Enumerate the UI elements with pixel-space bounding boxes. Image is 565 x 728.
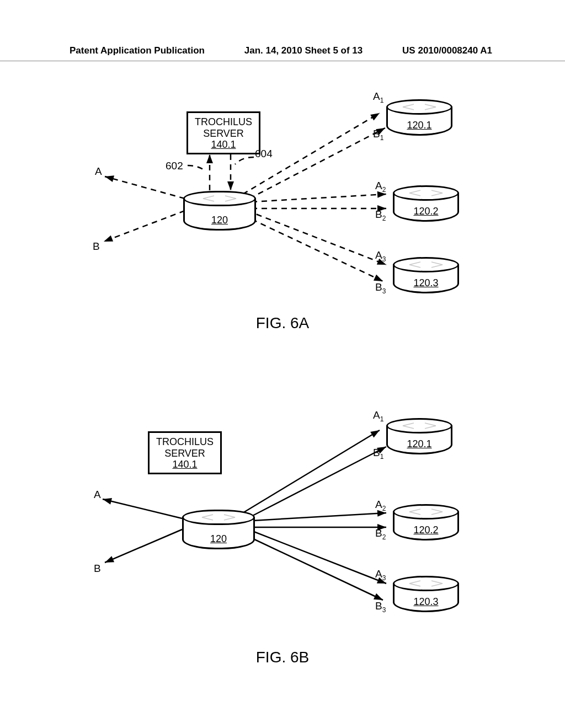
svg-line-14	[243, 430, 380, 513]
header-left: Patent Application Publication	[70, 45, 205, 56]
server-ref: 140.1	[195, 139, 252, 151]
label-A1-6a: A1	[373, 90, 383, 104]
label-B2-6b: B2	[375, 527, 386, 541]
svg-line-16	[253, 513, 386, 521]
caption-fig-6a: FIG. 6A	[256, 314, 309, 332]
label-A-6a: A	[95, 165, 102, 178]
router-120-6b: 120	[182, 510, 255, 549]
header-divider	[0, 61, 565, 61]
router-120-6a: 120	[183, 191, 256, 231]
svg-line-19	[243, 534, 383, 600]
label-A3-6b: A3	[375, 568, 386, 582]
label-A2-6a: A2	[375, 180, 386, 194]
server-line2-6b: SERVER	[156, 448, 214, 459]
svg-line-2	[104, 211, 185, 242]
trochilus-server-box-6a: TROCHILUS SERVER 140.1	[186, 111, 260, 154]
label-B3-6b: B3	[375, 600, 386, 614]
server-ref-6b: 140.1	[156, 459, 214, 470]
label-B-6b: B	[94, 563, 101, 575]
figure-6a: TROCHILUS SERVER 140.1 120 120.1 120.2	[0, 83, 565, 325]
fig6b-arrows-overlay	[0, 392, 565, 651]
server-line1: TROCHILUS	[195, 116, 252, 128]
svg-line-13	[105, 529, 182, 563]
label-604: 604	[255, 148, 273, 160]
router-icon	[200, 194, 239, 203]
svg-line-6	[249, 128, 385, 199]
router-120-2-label-6b: 120.2	[393, 524, 459, 536]
router-120-label-6b: 120	[182, 533, 255, 545]
caption-fig-6b: FIG. 6B	[256, 649, 309, 666]
router-120-1-6a: 120.1	[386, 99, 452, 136]
svg-line-7	[252, 194, 386, 202]
figure-6b: TROCHILUS SERVER 140.1 120 120.1 120.2 1…	[0, 392, 565, 645]
server-line1-6b: TROCHILUS	[156, 436, 214, 448]
router-120-1-label: 120.1	[386, 120, 452, 131]
router-120-3-6b: 120.3	[393, 576, 459, 612]
page-header: Patent Application Publication Jan. 14, …	[0, 45, 565, 56]
router-120-3-6a: 120.3	[393, 257, 459, 293]
svg-line-18	[248, 529, 386, 584]
svg-line-15	[249, 447, 386, 517]
trochilus-server-box-6b: TROCHILUS SERVER 140.1	[148, 431, 222, 474]
router-120-1-6b: 120.1	[386, 418, 452, 454]
label-B1-6b: B1	[373, 447, 383, 461]
header-center: Jan. 14, 2010 Sheet 5 of 13	[244, 45, 363, 56]
label-B-6a: B	[93, 240, 100, 253]
label-602: 602	[166, 160, 183, 172]
router-120-3-label: 120.3	[393, 277, 459, 289]
fig6a-arrows-overlay	[0, 83, 565, 325]
label-A-6b: A	[94, 489, 101, 501]
svg-line-12	[103, 499, 182, 518]
router-120-2-6a: 120.2	[393, 185, 459, 222]
router-120-label: 120	[183, 215, 256, 226]
header-right: US 2010/0008240 A1	[402, 45, 492, 56]
label-A1-6b: A1	[373, 409, 383, 423]
label-B1-6a: B1	[373, 128, 383, 142]
label-B2-6a: B2	[375, 208, 386, 222]
server-line2: SERVER	[195, 128, 252, 140]
router-120-1-label-6b: 120.1	[386, 438, 452, 450]
svg-line-1	[105, 176, 185, 199]
label-A3-6a: A3	[375, 249, 386, 263]
label-B3-6a: B3	[375, 281, 386, 295]
svg-line-10	[243, 215, 383, 281]
router-120-2-6b: 120.2	[393, 504, 459, 540]
router-120-3-label-6b: 120.3	[393, 596, 459, 608]
svg-line-9	[247, 211, 386, 265]
router-120-2-label: 120.2	[393, 206, 459, 217]
label-A2-6b: A2	[375, 499, 386, 512]
